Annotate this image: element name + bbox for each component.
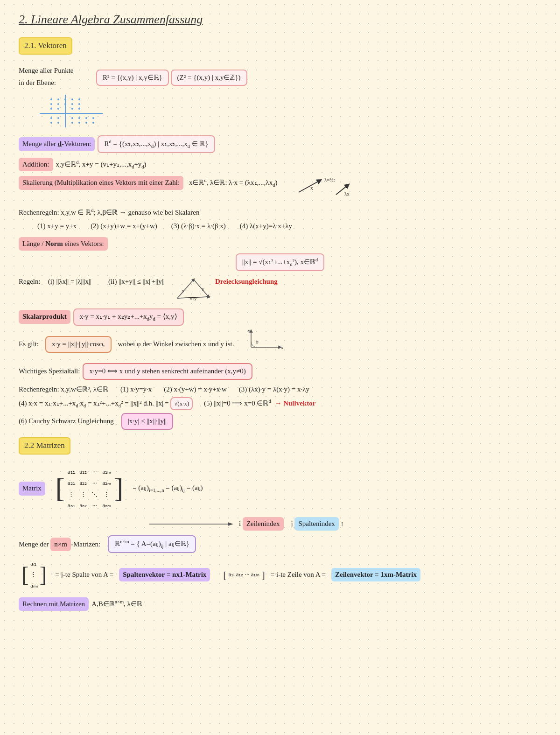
svg-point-6	[78, 98, 80, 100]
index-arrow	[149, 519, 233, 529]
page-title: 2. Lineare Algebra Zusammenfassung	[19, 13, 203, 26]
svg-text:x: x	[310, 185, 313, 191]
svg-point-14	[71, 108, 73, 110]
svg-text:y: y	[202, 286, 204, 291]
es-gilt-formula: x·y = ||x||·||y||·cosφ,	[45, 336, 112, 353]
laenge-label: Länge / Norm eines Vektors:	[19, 237, 108, 251]
svg-point-23	[57, 122, 59, 124]
svg-point-2	[50, 98, 52, 100]
nullvektor-label: → Nullvektor	[274, 399, 315, 407]
svg-point-10	[71, 103, 73, 105]
svg-line-33	[177, 280, 194, 298]
spaltenvektor-label: = j-te Spalte von A =	[55, 569, 113, 581]
matrix-formula: = (aᵢⱼ)i=1,...,n = (aᵢⱼ)ij = (aᵢⱼ)	[133, 482, 203, 495]
section-header-vectors: 2.1. Vektoren	[19, 37, 72, 55]
matrix-diagram: [ a₁₁a₁₂···a₁ₘ a₂₁a₂₂···a₂ₘ ⋮⋮⋱⋮ aₙ₁aₙ₂·…	[56, 465, 123, 512]
regeln-i: (i) ||λx|| = |λ|||x||	[48, 276, 91, 288]
skalarprodukt-formula: x·y = x₁·y₁ + x₂y₂+...+xdyd = ⟨x,y⟩	[73, 308, 184, 326]
es-gilt-rest: wobei φ der Winkel zwischen x und y ist.	[118, 338, 234, 350]
svg-text:x: x	[182, 288, 184, 293]
laenge-formula: ||x|| = √(x₁²+...+xd²), x∈ℝd	[236, 253, 324, 271]
spalten-index: j Spaltenindex ↑	[291, 517, 344, 531]
svg-point-20	[85, 117, 87, 119]
svg-point-3	[57, 98, 59, 100]
svg-point-22	[50, 122, 52, 124]
svg-point-12	[50, 108, 52, 110]
menge-z2-box: (Z² = {(x,y) | x,y∈ℤ})	[171, 70, 247, 86]
rule-1: (1) x+y = y+x	[37, 220, 77, 232]
zeilenvektor-bracket: [ a₁ᵢ a₁₂ ··· a₁ₘ ]	[223, 566, 265, 583]
page: 2. Lineare Algebra Zusammenfassung 2.1. …	[0, 0, 560, 625]
triangle-diagram: x y x+y	[175, 276, 212, 306]
matrix-label: Matrix	[19, 482, 45, 496]
svg-point-7	[50, 103, 52, 105]
rule2-1: (1) x·y=y·x	[120, 384, 152, 396]
rechnen-label: Rechnen mit Matrizen	[19, 597, 89, 611]
rule-4: (4) λ(x+y)=λ·x+λy	[240, 220, 292, 232]
svg-point-5	[71, 98, 73, 100]
regeln-label: Regeln:	[19, 276, 41, 288]
angle-diagram: φ x y	[246, 329, 284, 361]
skalierung-label: Skalierung (Multiplikation eines Vektors…	[19, 176, 183, 190]
menge-matrizen-formula: ℝn×m = { A=(aᵢⱼ)ij | aᵢⱼ∈ℝ}	[108, 535, 196, 553]
spezialtall-label: Wichtiges Spezialtall:	[19, 365, 80, 378]
menge-d-label: Menge aller d-Vektoren:	[19, 137, 95, 151]
svg-point-15	[78, 108, 80, 110]
svg-point-8	[57, 103, 59, 105]
section-header-matrizen: 2.2 Matrizen	[19, 437, 70, 455]
svg-point-24	[71, 122, 73, 124]
menge-d-formula: Rd = {(x₁,x₂,...,xd) | x₁,x₂,...,xd ∈ ℝ}	[98, 135, 215, 153]
svg-marker-45	[228, 522, 233, 526]
es-gilt-label: Es gilt:	[19, 338, 39, 350]
addition-label: Addition:	[19, 158, 53, 172]
svg-point-9	[64, 103, 66, 105]
menge-r2-box: R² = {(x,y) | x,y∈ℝ}	[96, 70, 169, 86]
svg-line-34	[194, 280, 209, 297]
rechenregeln2-label: Rechenregeln: x,y,w∈ℝ³, λ∈ℝ	[19, 384, 108, 396]
menge-punkte-label: Menge aller Punktein der Ebene:	[19, 65, 93, 89]
cauchy-label: (6) Cauchy Schwarz Ungleichung	[19, 415, 114, 427]
svg-point-27	[92, 122, 94, 124]
svg-text:x+y: x+y	[190, 296, 197, 301]
rule-2: (2) (x+y)+w = x+(y+w)	[91, 220, 157, 232]
svg-point-16	[50, 117, 52, 119]
svg-point-4	[64, 98, 66, 100]
rechenregeln-label: Rechenregeln: x,y,w ∈ ℝd; λ,β∈ℝ → genaus…	[19, 209, 199, 216]
svg-point-11	[78, 103, 80, 105]
svg-point-13	[57, 108, 59, 110]
dreiecksungleichung-label: Dreiecksungleichung	[215, 276, 278, 288]
dot-grid-diagram	[37, 92, 131, 130]
svg-text:y: y	[248, 329, 250, 333]
scaling-diagram: x λ=½: λx	[294, 176, 355, 203]
rule2-5: (5) ||x||=0 ⟹ x=0 ∈ℝd	[204, 399, 271, 407]
rule-3: (3) (λ·β)·x = λ·(β·x)	[171, 220, 226, 232]
zeilen-index: i Zeilenindex	[239, 517, 284, 531]
svg-text:x: x	[281, 345, 283, 350]
addition-text: x,y∈ℝd, x+y = (v₁+y₁,...,xd+yd)	[56, 158, 147, 171]
svg-point-26	[85, 122, 87, 124]
rule2-3: (3) (λx)·y = λ(x·y) = x·λy	[239, 384, 309, 396]
rule2-4-sqrt: √(x·x)	[170, 397, 193, 410]
svg-point-21	[92, 117, 94, 119]
cauchy-formula: |x·y| ≤ ||x||·||y||	[121, 413, 173, 430]
spaltenvektor-diagram: [ aᵢ₁ ⋮ aₘᵢ ]	[21, 558, 47, 591]
rechnen-text: A,B∈ℝn×m, λ∈ℝ	[91, 598, 142, 610]
svg-text:φ: φ	[256, 339, 259, 344]
skalierung-text: x∈ℝd, λ∈ℝ: λ·x = (λx₁,...,λxd)	[189, 179, 277, 186]
rule2-4: (4) x·x = x₁·x₁+...+xd·xd = x₁²+...+xd² …	[19, 399, 168, 407]
svg-line-28	[299, 181, 320, 192]
rule2-2: (2) x·(y+w) = x·y+x·w	[164, 384, 227, 396]
spaltenvektor-highlight: Spaltenvektor = nx1-Matrix	[119, 568, 210, 582]
menge-matrizen-label: Menge der n×m-Matrizen:	[19, 538, 100, 552]
svg-text:λ=½:: λ=½:	[324, 177, 335, 182]
svg-point-18	[71, 117, 73, 119]
zeilenvektor-label: = i-te Zeile von A =	[271, 569, 326, 581]
skalarprodukt-label: Skalarprodukt	[19, 310, 70, 324]
svg-point-17	[57, 117, 59, 119]
zeilenvektor-highlight: Zeilenvektor = 1xm-Matrix	[331, 568, 420, 582]
svg-text:λx: λx	[344, 191, 350, 196]
svg-point-25	[78, 122, 80, 124]
regeln-ii: (ii) ||x+y|| ≤ ||x||+||y||	[108, 276, 165, 288]
svg-point-19	[78, 117, 80, 119]
spezialtall-formula: x·y=0 ⟺ x und y stehen senkrecht aufeina…	[83, 363, 252, 380]
